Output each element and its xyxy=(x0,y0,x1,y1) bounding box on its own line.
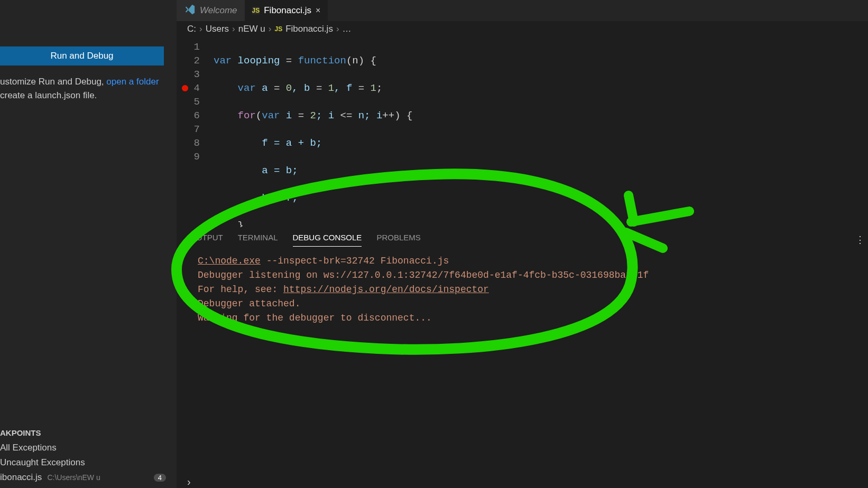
t: 2 xyxy=(310,110,316,121)
tab-debug-console[interactable]: DEBUG CONSOLE xyxy=(293,233,362,247)
line-number[interactable]: 4 xyxy=(177,81,214,95)
t: (n) { xyxy=(346,55,376,67)
t: ; xyxy=(376,82,382,94)
t: var xyxy=(214,82,256,94)
bp-all-exceptions[interactable]: All Exceptions xyxy=(0,440,177,455)
bp-line-badge: 4 xyxy=(154,474,166,482)
crumb-users[interactable]: Users xyxy=(206,24,229,34)
panel-tabs: OUTPUT TERMINAL DEBUG CONSOLE PROBLEMS xyxy=(177,228,868,247)
t: i xyxy=(280,110,298,121)
crumb-c[interactable]: C: xyxy=(187,24,196,34)
console-text: Debugger attached. xyxy=(198,297,847,311)
console-text: Debugger listening on ws://127.0.0.1:327… xyxy=(198,268,847,283)
chevron-right-icon: › xyxy=(232,24,235,34)
t: = xyxy=(358,82,371,94)
t: 1 xyxy=(328,82,334,94)
console-link[interactable]: C:\node.exe xyxy=(198,256,261,266)
t: ( xyxy=(256,110,262,121)
console-text: For help, see: xyxy=(198,284,283,295)
t: , f xyxy=(334,82,358,94)
t: = xyxy=(274,82,286,94)
t: = xyxy=(286,55,292,67)
editor-tabs: Welcome JS Fibonacci.js × xyxy=(177,0,868,21)
close-icon[interactable]: × xyxy=(316,6,320,15)
chevron-right-icon: › xyxy=(336,24,339,34)
t: looping xyxy=(232,55,286,67)
line-number[interactable]: 2 xyxy=(177,54,214,68)
t: ; i xyxy=(316,110,340,121)
open-folder-link[interactable]: open a folder xyxy=(106,77,159,87)
line-number[interactable]: 1 xyxy=(177,40,214,54)
t: b = f; xyxy=(214,192,298,204)
tab-welcome-label: Welcome xyxy=(200,5,237,16)
t: f = a + b; xyxy=(214,137,322,149)
chevron-right-icon: › xyxy=(199,24,202,34)
line-number[interactable]: 6 xyxy=(177,109,214,123)
run-and-debug-button[interactable]: Run and Debug xyxy=(0,46,164,65)
t: 1 xyxy=(371,82,376,94)
line-number[interactable]: 9 xyxy=(177,150,214,164)
js-icon: JS xyxy=(252,7,260,14)
line-number[interactable]: 7 xyxy=(177,123,214,136)
t: a xyxy=(256,82,274,94)
crumb-more[interactable]: … xyxy=(343,24,352,34)
tab-welcome[interactable]: Welcome xyxy=(177,0,245,21)
tab-fibonacci-label: Fibonacci.js xyxy=(264,5,311,16)
js-icon: JS xyxy=(274,25,282,33)
tab-output[interactable]: OUTPUT xyxy=(190,233,223,247)
editor-area: Welcome JS Fibonacci.js × C: › Users › n… xyxy=(177,0,868,488)
breakpoints-header[interactable]: AKPOINTS xyxy=(0,425,177,440)
t: ) { xyxy=(394,110,412,121)
t: = xyxy=(298,110,310,121)
bp-file-name: ibonacci.js xyxy=(0,472,42,483)
t: for xyxy=(214,110,256,121)
console-text: Waiting for the debugger to disconnect..… xyxy=(198,311,847,325)
t: , b xyxy=(292,82,316,94)
breakpoint-dot-icon[interactable] xyxy=(182,85,188,91)
vscode-icon xyxy=(184,4,196,18)
bottom-panel: OUTPUT TERMINAL DEBUG CONSOLE PROBLEMS ⋮… xyxy=(177,227,868,488)
t: = xyxy=(316,82,328,94)
debug-prompt-icon[interactable]: › xyxy=(187,476,191,488)
t: 0 xyxy=(286,82,292,94)
bp-file-entry[interactable]: ibonacci.js C:\Users\nEW u 4 xyxy=(0,470,177,485)
line-number[interactable]: 5 xyxy=(177,95,214,109)
app-root: Run and Debug ustomize Run and Debug, op… xyxy=(0,0,868,488)
hint-text-suffix: create a launch.json file. xyxy=(0,90,97,100)
tab-fibonacci[interactable]: JS Fibonacci.js × xyxy=(245,0,328,21)
bp-uncaught-exceptions[interactable]: Uncaught Exceptions xyxy=(0,455,177,470)
console-text: --inspect-brk=32742 Fibonacci.js xyxy=(261,256,449,266)
debug-console-output[interactable]: C:\node.exe --inspect-brk=32742 Fibonacc… xyxy=(177,247,868,333)
t: var xyxy=(262,110,280,121)
t: <= xyxy=(340,110,353,121)
sidebar-hint: ustomize Run and Debug, open a folder cr… xyxy=(0,75,177,103)
t: ++ xyxy=(382,110,394,121)
t: a = b; xyxy=(214,165,298,176)
crumb-file[interactable]: Fibonacci.js xyxy=(285,24,333,34)
line-number[interactable]: 3 xyxy=(177,68,214,81)
breadcrumb[interactable]: C: › Users › nEW u › JS Fibonacci.js › … xyxy=(177,21,868,37)
ln4: 4 xyxy=(194,82,200,94)
debug-sidebar: Run and Debug ustomize Run and Debug, op… xyxy=(0,0,177,488)
tab-terminal[interactable]: TERMINAL xyxy=(238,233,278,247)
chevron-right-icon: › xyxy=(269,24,272,34)
panel-more-icon[interactable]: ⋮ xyxy=(855,234,865,246)
console-link[interactable]: https://nodejs.org/en/docs/inspector xyxy=(283,284,489,295)
t: var xyxy=(214,55,232,67)
tab-problems[interactable]: PROBLEMS xyxy=(376,233,420,247)
crumb-newu[interactable]: nEW u xyxy=(238,24,265,34)
line-number[interactable]: 8 xyxy=(177,136,214,150)
t: n; i xyxy=(352,110,382,121)
bp-file-path: C:\Users\nEW u xyxy=(47,473,100,482)
breakpoints-section: AKPOINTS All Exceptions Uncaught Excepti… xyxy=(0,425,177,488)
hint-text-prefix: ustomize Run and Debug, xyxy=(0,77,106,87)
t: function xyxy=(292,55,346,67)
